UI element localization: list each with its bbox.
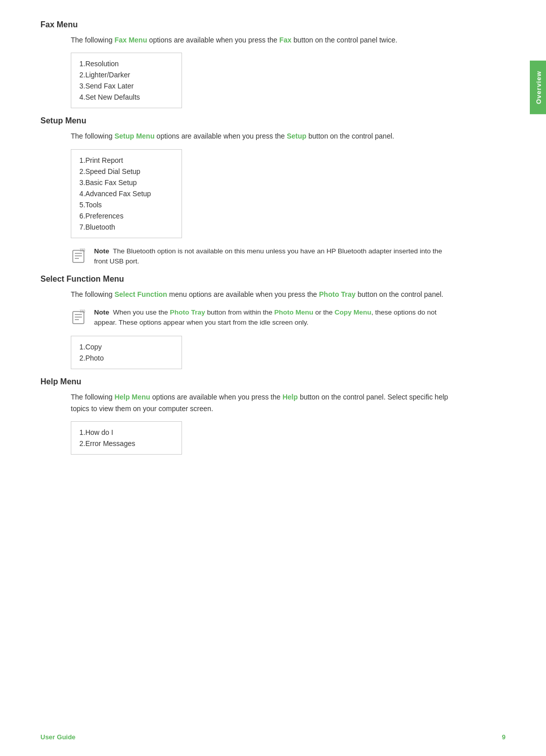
help-menu-box: 1.How do I 2.Error Messages	[71, 421, 182, 455]
note-label: Note	[94, 247, 109, 255]
select-function-note: )))) Note When you use the Photo Tray bu…	[71, 307, 455, 328]
fax-menu-highlight: Fax Menu	[114, 36, 147, 44]
list-item: 2.Photo	[79, 352, 173, 364]
select-function-note-text: Note When you use the Photo Tray button …	[94, 307, 455, 328]
sidebar-overview-tab[interactable]: Overview	[530, 61, 546, 114]
svg-text:)))): ))))	[80, 308, 85, 313]
help-menu-description: The following Help Menu options are avai…	[71, 391, 455, 414]
list-item: 6.Preferences	[79, 210, 173, 221]
setup-button-highlight: Setup	[287, 132, 306, 140]
photo-tray-highlight: Photo Tray	[319, 290, 355, 298]
page-footer: User Guide 9	[40, 733, 506, 741]
fax-menu-section: Fax Menu The following Fax Menu options …	[40, 20, 455, 116]
setup-menu-description: The following Setup Menu options are ava…	[71, 130, 455, 142]
help-menu-highlight: Help Menu	[114, 393, 150, 401]
list-item: 4.Advanced Fax Setup	[79, 188, 173, 199]
sidebar-tab-label: Overview	[535, 71, 542, 104]
note-label: Note	[94, 308, 109, 316]
select-function-menu-section: Select Function Menu The following Selec…	[40, 275, 455, 377]
select-function-menu-description: The following Select Function menu optio…	[71, 289, 455, 300]
svg-rect-5	[73, 312, 84, 324]
fax-menu-heading: Fax Menu	[40, 20, 455, 29]
page-content: Fax Menu The following Fax Menu options …	[0, 0, 495, 493]
svg-rect-0	[73, 250, 84, 262]
help-menu-heading: Help Menu	[40, 377, 455, 386]
photo-menu-highlight: Photo Menu	[274, 308, 313, 316]
list-item: 1.Resolution	[79, 58, 173, 69]
select-function-menu-heading: Select Function Menu	[40, 275, 455, 284]
note-icon: ))))	[71, 308, 89, 327]
setup-menu-section: Setup Menu The following Setup Menu opti…	[40, 116, 455, 266]
setup-menu-note: )))) Note The Bluetooth option is not av…	[71, 246, 455, 267]
list-item: 2.Lighter/Darker	[79, 69, 173, 80]
help-menu-section: Help Menu The following Help Menu option…	[40, 377, 455, 463]
footer-page-number: 9	[502, 733, 506, 741]
svg-text:)))): ))))	[80, 247, 85, 252]
list-item: 5.Tools	[79, 199, 173, 210]
setup-menu-note-text: Note The Bluetooth option is not availab…	[94, 246, 455, 267]
select-function-menu-box: 1.Copy 2.Photo	[71, 336, 182, 369]
list-item: 1.How do I	[79, 427, 173, 438]
help-button-highlight: Help	[283, 393, 298, 401]
list-item: 1.Copy	[79, 341, 173, 352]
fax-button-highlight: Fax	[279, 36, 291, 44]
fax-menu-box: 1.Resolution 2.Lighter/Darker 3.Send Fax…	[71, 53, 182, 108]
list-item: 4.Set New Defaults	[79, 92, 173, 103]
list-item: 2.Speed Dial Setup	[79, 166, 173, 177]
setup-menu-box: 1.Print Report 2.Speed Dial Setup 3.Basi…	[71, 149, 182, 238]
photo-tray-note-highlight: Photo Tray	[170, 308, 205, 316]
copy-menu-highlight: Copy Menu	[335, 308, 372, 316]
setup-menu-highlight: Setup Menu	[114, 132, 154, 140]
fax-menu-description: The following Fax Menu options are avail…	[71, 34, 455, 46]
note-icon: ))))	[71, 247, 89, 265]
setup-menu-heading: Setup Menu	[40, 116, 455, 125]
list-item: 2.Error Messages	[79, 438, 173, 449]
footer-user-guide-label: User Guide	[40, 733, 75, 741]
list-item: 3.Basic Fax Setup	[79, 177, 173, 188]
list-item: 7.Bluetooth	[79, 221, 173, 233]
list-item: 1.Print Report	[79, 155, 173, 166]
select-function-highlight: Select Function	[114, 290, 167, 298]
list-item: 3.Send Fax Later	[79, 80, 173, 92]
